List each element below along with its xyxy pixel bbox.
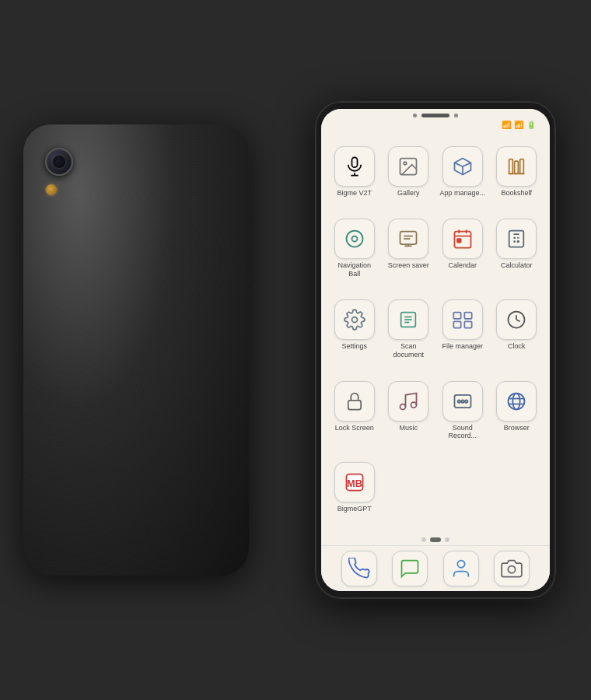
svg-point-42 [411,402,417,408]
app-label-clock: Clock [508,342,526,351]
svg-rect-33 [453,313,460,319]
app-label-sound-recorder: Sound Record... [439,424,486,441]
dock-item-contacts[interactable] [443,551,479,586]
svg-rect-35 [453,322,460,328]
svg-rect-3 [509,159,513,174]
svg-point-44 [457,400,460,403]
app-item-music[interactable]: Music [383,381,435,457]
app-item-sound-recorder[interactable]: Sound Record... [437,381,488,457]
app-item-gallery[interactable]: Gallery [383,146,435,214]
app-item-bookshelf[interactable]: Bookshelf [491,146,543,214]
page-dot-1[interactable] [421,537,426,542]
app-label-screen-saver: Screen saver [388,261,429,270]
dock-item-messages[interactable] [392,551,428,586]
app-label-bigme-v2t: Bigme V2T [337,189,372,198]
svg-point-8 [351,236,357,242]
app-item-scan-document[interactable]: Scan document [383,299,435,376]
svg-rect-19 [509,231,524,247]
dock-item-camera[interactable] [494,551,530,586]
svg-rect-4 [515,161,519,173]
clock-widget [321,131,550,142]
svg-rect-18 [457,239,461,243]
scene: 📶 📶 🔋 Bigme V2T [0,0,591,700]
svg-point-53 [457,561,464,568]
wifi-icon: 📶 [502,121,511,129]
app-label-calendar: Calendar [448,261,477,270]
app-icon-calendar [442,219,483,259]
app-label-bookshelf: Bookshelf [501,189,532,198]
app-label-scan-document: Scan document [385,342,432,359]
svg-rect-40 [348,400,361,409]
app-icon-browser [496,381,537,422]
app-icon-calculator [496,219,537,259]
front-camera-dot [413,114,417,117]
camera-lens [45,148,73,176]
app-label-navigation-ball: Navigation Ball [331,261,378,278]
camera-module [45,148,73,196]
svg-point-2 [404,162,407,165]
svg-point-54 [509,566,516,573]
app-label-file-manager: File manager [442,342,483,351]
app-icon-bigme-v2t [334,146,375,187]
app-icon-navigation-ball [334,219,375,259]
svg-point-47 [509,393,525,409]
app-item-settings[interactable]: Settings [329,299,380,376]
app-icon-sound-recorder [442,381,483,422]
app-label-bigme-gpt: BigmeGPT [337,505,372,513]
app-icon-file-manager [442,299,483,340]
flash-led [45,184,58,196]
svg-rect-34 [464,313,471,319]
svg-point-28 [351,317,357,323]
app-item-bigme-gpt[interactable]: MB BigmeGPT [329,462,380,530]
app-icon-screen-saver [388,219,428,259]
app-icon-settings [334,299,375,340]
app-icon-gallery [388,146,428,187]
app-item-app-manager[interactable]: App manage... [437,146,488,214]
dock-item-phone[interactable] [341,551,377,586]
signal-icon: 📶 [514,121,523,129]
app-item-navigation-ball[interactable]: Navigation Ball [329,219,380,295]
app-label-app-manager: App manage... [439,189,485,198]
app-icon-scan-document [388,299,428,340]
svg-rect-0 [351,157,357,167]
screen-notch [321,109,550,119]
app-label-music: Music [399,424,418,432]
speaker-grille [421,114,449,117]
app-icon-app-manager [442,146,483,187]
app-icon-clock [496,299,537,340]
app-icon-bookshelf [496,146,537,187]
svg-point-41 [400,404,406,409]
app-item-file-manager[interactable]: File manager [437,299,488,376]
phone-screen: 📶 📶 🔋 Bigme V2T [321,109,550,591]
svg-rect-5 [520,159,524,174]
app-grid: Bigme V2T Gallery App manage... Bookshel… [321,142,550,534]
status-bar: 📶 📶 🔋 [321,119,550,131]
status-right: 📶 📶 🔋 [498,121,539,129]
app-label-settings: Settings [341,342,367,351]
svg-point-46 [465,400,468,403]
app-item-calendar[interactable]: Calendar [437,219,488,295]
svg-rect-36 [464,322,471,328]
app-icon-lock-screen [334,381,375,422]
app-item-browser[interactable]: Browser [491,381,543,457]
app-icon-music [388,381,428,422]
app-label-gallery: Gallery [397,189,420,198]
page-indicators [321,534,550,545]
sensor-dot [454,114,458,117]
phone-front: 📶 📶 🔋 Bigme V2T [315,101,556,599]
app-item-screen-saver[interactable]: Screen saver [383,219,435,295]
page-dot-2[interactable] [430,537,441,542]
app-item-lock-screen[interactable]: Lock Screen [329,381,380,457]
page-dot-3[interactable] [445,537,449,542]
battery-icon: 🔋 [526,121,536,129]
app-item-calculator[interactable]: Calculator [491,219,543,295]
svg-point-48 [513,393,520,409]
svg-text:MB: MB [347,478,362,489]
app-icon-bigme-gpt: MB [334,462,375,502]
app-item-bigme-v2t[interactable]: Bigme V2T [329,146,380,214]
svg-line-39 [516,320,520,321]
app-item-clock[interactable]: Clock [491,299,543,376]
svg-rect-43 [454,394,470,407]
svg-rect-9 [400,232,417,244]
app-label-lock-screen: Lock Screen [335,424,374,432]
